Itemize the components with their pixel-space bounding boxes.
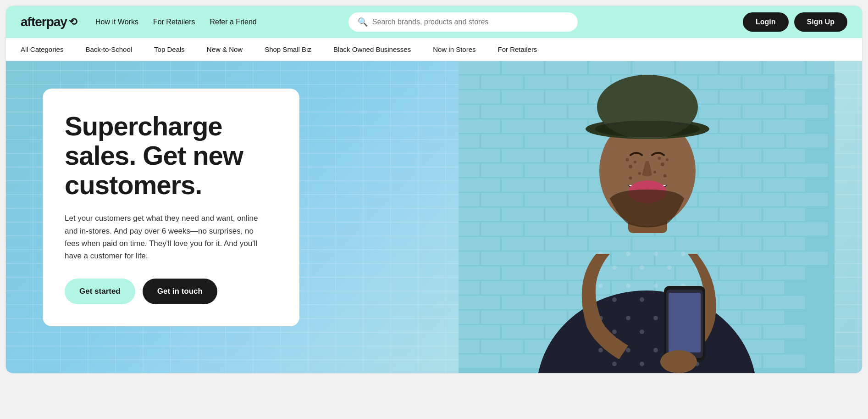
logo-text: afterpay [21,15,67,29]
hero-description: Let your customers get what they need an… [65,212,266,262]
secondary-nav: All Categories Back-to-School Top Deals … [6,38,862,61]
get-started-button[interactable]: Get started [65,279,135,304]
secondary-nav-all-categories[interactable]: All Categories [21,45,63,53]
secondary-nav-now-in-stores[interactable]: Now in Stores [433,45,475,53]
login-button[interactable]: Login [743,12,789,32]
site-container: afterpay ⟲ How it Works For Retailers Re… [6,6,862,374]
page-wrapper: afterpay ⟲ How it Works For Retailers Re… [0,0,868,419]
search-icon: 🔍 [358,17,368,27]
nav-for-retailers[interactable]: For Retailers [153,18,195,26]
main-nav: How it Works For Retailers Refer a Frien… [95,18,257,26]
secondary-nav-black-owned-businesses[interactable]: Black Owned Businesses [333,45,411,53]
hero-title: Supercharge sales. Get new customers. [65,112,277,199]
secondary-nav-new-and-now[interactable]: New & Now [207,45,243,53]
hero-card: Supercharge sales. Get new customers. Le… [43,89,299,326]
signup-button[interactable]: Sign Up [794,12,847,32]
search-bar: 🔍 [348,12,578,32]
hero-content: Supercharge sales. Get new customers. Le… [6,61,862,373]
nav-refer-a-friend[interactable]: Refer a Friend [210,18,256,26]
header-buttons: Login Sign Up [743,12,847,32]
search-input[interactable] [372,18,569,26]
logo-arrow-icon: ⟲ [69,16,77,28]
get-in-touch-button[interactable]: Get in touch [143,279,217,304]
secondary-nav-shop-small-biz[interactable]: Shop Small Biz [265,45,311,53]
logo[interactable]: afterpay ⟲ [21,15,77,29]
secondary-nav-back-to-school[interactable]: Back-to-School [85,45,132,53]
secondary-nav-top-deals[interactable]: Top Deals [154,45,185,53]
nav-how-it-works[interactable]: How it Works [95,18,138,26]
hero-section: Supercharge sales. Get new customers. Le… [6,61,862,373]
hero-actions: Get started Get in touch [65,279,277,304]
header: afterpay ⟲ How it Works For Retailers Re… [6,6,862,38]
secondary-nav-for-retailers[interactable]: For Retailers [498,45,537,53]
